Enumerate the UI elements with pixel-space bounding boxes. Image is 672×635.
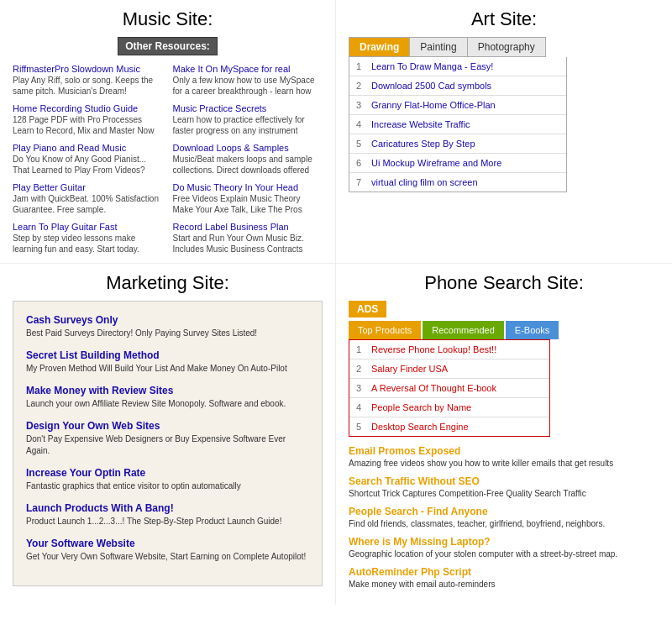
marketing-link-item: Your Software WebsiteGet Your Very Own S…	[26, 538, 309, 563]
art-list-item: 3Granny Flat-Home Office-Plan	[349, 96, 566, 115]
art-tab[interactable]: Painting	[410, 38, 467, 56]
music-link[interactable]: Do Music Theory In Your Head	[173, 182, 323, 192]
marketing-link-item: Increase Your Optin RateFantastic graphi…	[26, 467, 309, 492]
art-list-link[interactable]: Increase Website Traffic	[371, 119, 470, 129]
marketing-link-desc: Launch your own Affiliate Review Site Mo…	[26, 398, 309, 410]
music-link[interactable]: Learn To Play Guitar Fast	[13, 222, 163, 232]
phone-promo-desc: Geographic location of your stolen compu…	[349, 548, 659, 559]
art-list-link[interactable]: virtual cling film on screen	[371, 177, 478, 187]
art-tab[interactable]: Drawing	[349, 38, 410, 56]
marketing-link-desc: Get Your Very Own Software Website, Star…	[26, 551, 309, 563]
art-list-link[interactable]: Ui Mockup Wireframe and More	[371, 158, 501, 168]
art-list-num: 6	[356, 158, 365, 168]
music-link[interactable]: Music Practice Secrets	[173, 103, 323, 113]
ads-banner: ADS	[349, 301, 386, 318]
music-site-title: Music Site:	[13, 8, 323, 30]
phone-promos: Email Promos ExposedAmazing free videos …	[349, 445, 659, 590]
phone-list-num: 2	[356, 364, 365, 374]
music-link-item: Download Loops & SamplesMusic/Beat maker…	[173, 143, 323, 176]
phone-promo-link[interactable]: Where is My Missing Laptop?	[349, 536, 491, 548]
phone-list-item: 2Salary Finder USA	[349, 359, 549, 379]
music-link[interactable]: Play Piano and Read Music	[13, 143, 163, 153]
music-link-item: Make It On MySpace for realOnly a few kn…	[173, 64, 323, 97]
art-list: 1Learn To Draw Manga - Easy!2Download 25…	[349, 57, 567, 192]
phone-list-item: 3A Reversal Of Thought E-book	[349, 379, 549, 398]
other-resources-banner: Other Resources:	[118, 37, 218, 55]
art-site-title: Art Site:	[349, 8, 659, 30]
marketing-link-item: Cash Surveys OnlyBest Paid Surveys Direc…	[26, 314, 309, 339]
phone-promo-link[interactable]: People Search - Find Anyone	[349, 506, 488, 517]
art-tabs: DrawingPaintingPhotography	[349, 37, 546, 57]
music-link-desc: Only a few know how to use MySpace for a…	[173, 75, 323, 97]
phone-promo-item: AutoReminder Php ScriptMake money with e…	[349, 566, 659, 590]
phone-list-link[interactable]: A Reversal Of Thought E-book	[371, 383, 496, 393]
music-link-item: Music Practice SecretsLearn how to pract…	[173, 103, 323, 136]
music-link-item: Play Piano and Read MusicDo You Know of …	[13, 143, 163, 176]
music-link-item: RiffmasterPro Slowdown MusicPlay Any Rif…	[13, 64, 163, 97]
music-link-item: Learn To Play Guitar FastStep by step vi…	[13, 222, 163, 255]
phone-promo-link[interactable]: AutoReminder Php Script	[349, 566, 471, 578]
phone-site-section: Phone Search Site: ADS Top ProductsRecom…	[336, 264, 672, 605]
art-list-link[interactable]: Download 2500 Cad symbols	[371, 81, 491, 91]
music-link[interactable]: RiffmasterPro Slowdown Music	[13, 64, 163, 74]
marketing-link[interactable]: Increase Your Optin Rate	[26, 467, 145, 479]
music-link[interactable]: Make It On MySpace for real	[173, 64, 323, 74]
phone-list-link[interactable]: Reverse Phone Lookup! Best!!	[371, 344, 496, 354]
art-list-item: 2Download 2500 Cad symbols	[349, 76, 566, 96]
marketing-link[interactable]: Make Money with Review Sites	[26, 385, 173, 396]
marketing-link-desc: Don't Pay Expensive Web Designers or Buy…	[26, 433, 309, 457]
music-site-section: Music Site: Other Resources: RiffmasterP…	[0, 0, 336, 264]
marketing-link-item: Secret List Building MethodMy Proven Met…	[26, 349, 309, 375]
music-link-desc: Learn how to practice effectively for fa…	[173, 114, 323, 136]
music-link-desc: Free Videos Explain Music Theory Make Yo…	[173, 193, 323, 215]
phone-promo-desc: Amazing free videos show you how to writ…	[349, 458, 659, 469]
art-list-link[interactable]: Learn To Draw Manga - Easy!	[371, 61, 493, 71]
marketing-link-desc: Best Paid Surveys Directory! Only Paying…	[26, 328, 309, 339]
music-link-desc: Start and Run Your Own Music Biz. Includ…	[173, 233, 323, 255]
music-link[interactable]: Home Recording Studio Guide	[13, 103, 163, 113]
phone-promo-link[interactable]: Email Promos Exposed	[349, 445, 460, 457]
phone-promo-item: Search Traffic Without SEOShortcut Trick…	[349, 475, 659, 499]
music-link-desc: Play Any Riff, solo or song. Keeps the s…	[13, 75, 163, 97]
phone-tab[interactable]: E-Books	[506, 321, 559, 339]
art-list-num: 1	[356, 61, 365, 71]
phone-tab[interactable]: Top Products	[349, 321, 421, 339]
phone-promo-link[interactable]: Search Traffic Without SEO	[349, 475, 480, 487]
phone-promo-desc: Find old friends, classmates, teacher, g…	[349, 518, 659, 529]
phone-list-link[interactable]: Salary Finder USA	[371, 364, 448, 374]
music-link[interactable]: Record Label Business Plan	[173, 222, 323, 232]
marketing-site-section: Marketing Site: Cash Surveys OnlyBest Pa…	[0, 264, 336, 605]
marketing-link[interactable]: Your Software Website	[26, 538, 135, 549]
art-tab[interactable]: Photography	[468, 38, 545, 56]
music-link[interactable]: Play Better Guitar	[13, 182, 163, 192]
marketing-link-desc: Fantastic graphics that entice visitor t…	[26, 480, 309, 492]
phone-promo-desc: Make money with email auto-reminders	[349, 579, 659, 590]
marketing-link[interactable]: Cash Surveys Only	[26, 314, 118, 326]
marketing-link-desc: My Proven Method Will Build Your List An…	[26, 363, 309, 375]
art-site-section: Art Site: DrawingPaintingPhotography 1Le…	[336, 0, 672, 264]
music-link[interactable]: Download Loops & Samples	[173, 143, 323, 153]
phone-list-item: 4People Search by Name	[349, 398, 549, 417]
phone-list-item: 1Reverse Phone Lookup! Best!!	[349, 340, 549, 359]
art-list-link[interactable]: Granny Flat-Home Office-Plan	[371, 100, 496, 110]
phone-list-link[interactable]: Desktop Search Engine	[371, 422, 469, 432]
phone-list-num: 3	[356, 383, 365, 393]
phone-list-item: 5Desktop Search Engine	[349, 417, 549, 436]
art-list-item: 5Caricatures Step By Step	[349, 134, 566, 154]
phone-list-link[interactable]: People Search by Name	[371, 402, 471, 412]
music-link-item: Home Recording Studio Guide128 Page PDF …	[13, 103, 163, 136]
art-list-link[interactable]: Caricatures Step By Step	[371, 139, 475, 149]
music-link-desc: Music/Beat makers loops and sample colle…	[173, 154, 323, 176]
art-list-item: 6Ui Mockup Wireframe and More	[349, 154, 566, 173]
phone-tabs: Top ProductsRecommendedE-Books	[349, 321, 659, 339]
marketing-link[interactable]: Launch Products With A Bang!	[26, 502, 174, 514]
marketing-inner: Cash Surveys OnlyBest Paid Surveys Direc…	[13, 301, 323, 586]
phone-promo-item: People Search - Find AnyoneFind old frie…	[349, 506, 659, 529]
marketing-link-item: Make Money with Review SitesLaunch your …	[26, 385, 309, 410]
phone-promo-item: Where is My Missing Laptop?Geographic lo…	[349, 536, 659, 559]
phone-list-num: 1	[356, 344, 365, 354]
marketing-link[interactable]: Secret List Building Method	[26, 349, 160, 361]
marketing-link[interactable]: Design Your Own Web Sites	[26, 420, 160, 432]
marketing-site-title: Marketing Site:	[13, 272, 323, 294]
phone-tab[interactable]: Recommended	[423, 321, 504, 339]
